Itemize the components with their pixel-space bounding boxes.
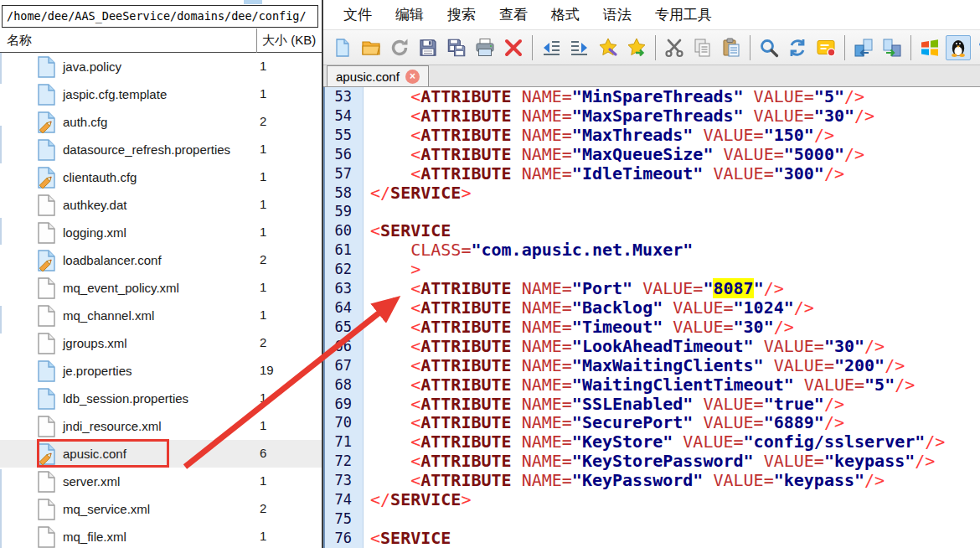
code-line-76[interactable]: <SERVICE [370, 529, 980, 548]
line-number-58: 58 [325, 184, 352, 203]
file-row-logging.xml[interactable]: logging.xml1 [0, 219, 322, 246]
file-size: 1 [260, 473, 266, 488]
reload-button[interactable] [387, 35, 412, 60]
code-line-57[interactable]: <ATTRIBUTE NAME="IdleTimeout" VALUE="300… [370, 164, 980, 184]
file-row-jgroups.xml[interactable]: jgroups.xml2 [0, 329, 322, 357]
column-header-name[interactable]: 名称 [7, 33, 32, 49]
file-row-authkey.dat[interactable]: authkey.dat1 [0, 191, 322, 219]
file-size: 1 [260, 308, 266, 322]
file-size: 1 [260, 280, 266, 294]
bookmark-next-button[interactable] [624, 35, 649, 60]
file-size: 1 [260, 197, 266, 211]
code-line-74[interactable]: </SERVICE> [370, 490, 980, 509]
file-row-jaspic.cfg.template[interactable]: jaspic.cfg.template1 [0, 80, 322, 108]
file-icon-blue [38, 388, 55, 410]
code-editor[interactable]: 5354555657585960616263646566676869707172… [323, 87, 980, 548]
linux-format-button[interactable] [946, 35, 971, 60]
indent-button[interactable] [567, 35, 592, 60]
save-all-icon [446, 38, 467, 58]
file-name: server.xml [63, 474, 120, 489]
tab-close-icon[interactable]: × [405, 70, 420, 84]
file-row-jndi_resource.xml[interactable]: jndi_resource.xml1 [0, 412, 322, 440]
file-row-java.policy[interactable]: java.policy1 [0, 53, 322, 80]
file-row-server.xml[interactable]: server.xml1 [0, 468, 322, 495]
toolbar [323, 29, 980, 65]
copy-to-right-button[interactable] [879, 35, 905, 60]
code-content[interactable]: <ATTRIBUTE NAME="MinSpareThreads" VALUE=… [364, 87, 980, 548]
code-line-59[interactable] [370, 202, 980, 221]
file-size: 1 [260, 225, 266, 239]
code-line-63[interactable]: <ATTRIBUTE NAME="Port" VALUE="8087"/> [370, 279, 980, 298]
code-line-73[interactable]: <ATTRIBUTE NAME="KeyPassword" VALUE="key… [370, 471, 980, 490]
code-line-60[interactable]: <SERVICE [370, 221, 980, 240]
file-name: jndi_resource.xml [63, 419, 162, 433]
code-line-53[interactable]: <ATTRIBUTE NAME="MinSpareThreads" VALUE=… [370, 87, 980, 106]
file-icon-plain [38, 277, 55, 299]
highlight-marker-button[interactable] [813, 35, 838, 60]
menu-item-file[interactable]: 文件 [332, 5, 384, 24]
file-icon-edited [38, 167, 55, 189]
menu-item-tools[interactable]: 专用工具 [643, 5, 724, 24]
path-bar[interactable]: /home/dee/AAS_DeeService/domains/dee/con… [2, 5, 318, 28]
paste-button[interactable] [719, 35, 744, 60]
tab-apusic-conf[interactable]: apusic.conf × [327, 65, 429, 86]
file-row-clientauth.cfg[interactable]: clientauth.cfg1 [0, 163, 322, 191]
file-row-datasource_refresh.properties[interactable]: datasource_refresh.properties1 [0, 136, 322, 163]
find-button[interactable] [756, 35, 781, 60]
menu-item-format[interactable]: 格式 [539, 5, 591, 24]
code-line-56[interactable]: <ATTRIBUTE NAME="MaxQueueSize" VALUE="50… [370, 145, 980, 164]
code-line-65[interactable]: <ATTRIBUTE NAME="Timeout" VALUE="30"/> [370, 318, 980, 337]
file-row-auth.cfg[interactable]: auth.cfg2 [0, 108, 322, 136]
file-name: datasource_refresh.properties [63, 142, 230, 157]
file-row-mq_event_policy.xml[interactable]: mq_event_policy.xml1 [0, 274, 322, 302]
new-file-button[interactable] [330, 35, 355, 60]
code-line-68[interactable]: <ATTRIBUTE NAME="WaitingClientTimeout" V… [370, 375, 980, 395]
file-row-loadbalancer.conf[interactable]: loadbalancer.conf2 [0, 246, 322, 274]
outdent-button[interactable] [539, 35, 564, 60]
code-line-61[interactable]: CLASS="com.apusic.net.Muxer" [370, 240, 980, 260]
code-line-71[interactable]: <ATTRIBUTE NAME="KeyStore" VALUE="config… [370, 432, 980, 452]
save-all-button[interactable] [444, 35, 469, 60]
line-number-66: 66 [325, 337, 352, 356]
menu-item-search[interactable]: 搜索 [436, 5, 487, 24]
file-size: 1 [260, 59, 266, 73]
file-size: 2 [260, 335, 266, 349]
copy-to-left-button[interactable] [851, 35, 876, 60]
close-file-button[interactable] [501, 35, 526, 60]
code-line-69[interactable]: <ATTRIBUTE NAME="SSLEnabled" VALUE="true… [370, 395, 980, 414]
code-line-75[interactable] [370, 509, 980, 529]
code-line-54[interactable]: <ATTRIBUTE NAME="MaxSpareThreads" VALUE=… [370, 106, 980, 126]
file-row-mq_file.xml[interactable]: mq_file.xml1 [0, 523, 322, 548]
file-row-je.properties[interactable]: je.properties19 [0, 357, 322, 385]
file-row-mq_channel.xml[interactable]: mq_channel.xml1 [0, 302, 322, 329]
code-line-72[interactable]: <ATTRIBUTE NAME="KeyStorePassword" VALUE… [370, 452, 980, 471]
column-header-size[interactable]: 大小 (KB) [262, 33, 316, 49]
print-button[interactable] [472, 35, 498, 60]
windows-format-button[interactable] [917, 35, 942, 60]
code-line-66[interactable]: <ATTRIBUTE NAME="LookAheadTimeout" VALUE… [370, 337, 980, 356]
menu-item-view[interactable]: 查看 [487, 5, 539, 24]
file-name: jaspic.cfg.template [63, 87, 167, 101]
open-folder-button[interactable] [358, 35, 384, 60]
file-icon-plain [38, 305, 55, 327]
code-line-58[interactable]: </SERVICE> [370, 184, 980, 203]
code-line-70[interactable]: <ATTRIBUTE NAME="SecurePort" VALUE="6889… [370, 413, 980, 432]
annotation-red-box [37, 439, 169, 468]
code-line-64[interactable]: <ATTRIBUTE NAME="Backlog" VALUE="1024"/> [370, 298, 980, 318]
cut-button[interactable] [662, 35, 687, 60]
code-line-67[interactable]: <ATTRIBUTE NAME="MaxWaitingClients" VALU… [370, 356, 980, 375]
code-line-62[interactable]: > [370, 260, 980, 279]
replace-button[interactable] [785, 35, 810, 60]
save-button[interactable] [415, 35, 441, 60]
file-row-ldb_session.properties[interactable]: ldb_session.properties1 [0, 385, 322, 412]
file-row-mq_service.xml[interactable]: mq_service.xml2 [0, 495, 322, 523]
file-name: mq_channel.xml [63, 308, 154, 323]
copy-button[interactable] [690, 35, 715, 60]
code-line-55[interactable]: <ATTRIBUTE NAME="MaxThreads" VALUE="150"… [370, 126, 980, 145]
open-folder-icon [361, 38, 381, 58]
menu-item-edit[interactable]: 编辑 [384, 5, 436, 24]
mac-format-button[interactable] [974, 35, 980, 60]
menu-item-syntax[interactable]: 语法 [591, 5, 643, 24]
bookmark-edit-button[interactable] [596, 35, 621, 60]
print-icon [475, 38, 495, 58]
